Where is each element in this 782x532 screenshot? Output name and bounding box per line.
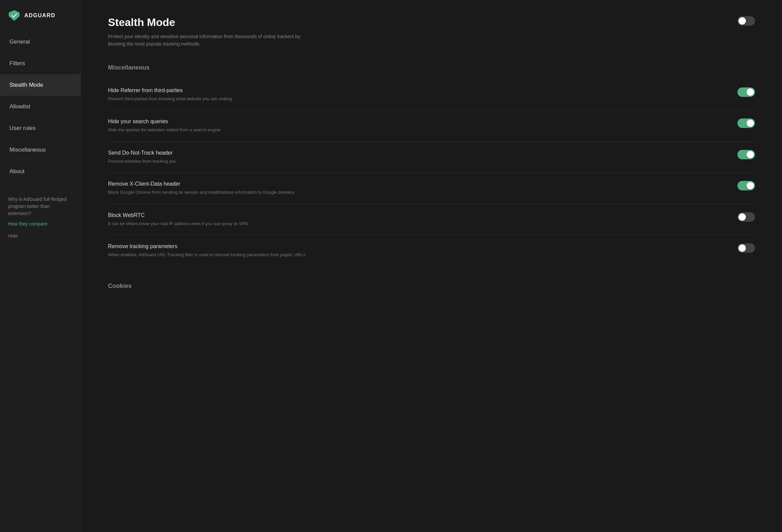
page-title-area: Stealth Mode Protect your identity and s… [108, 16, 737, 48]
setting-description-send-dnt-header: Prevent websites from tracking you [108, 158, 724, 165]
page-header: Stealth Mode Protect your identity and s… [108, 16, 755, 48]
master-toggle[interactable] [737, 16, 755, 26]
sidebar-item-allowlist[interactable]: Allowlist [0, 96, 81, 117]
setting-row-send-dnt-header: Send Do-Not-Track headerPrevent websites… [108, 142, 755, 173]
master-toggle-thumb [738, 17, 746, 25]
main-content: Stealth Mode Protect your identity and s… [81, 0, 782, 532]
setting-description-remove-tracking-params: When enabled, AdGuard URL Tracking filte… [108, 251, 724, 258]
promo-text: Why is AdGuard full-fledged program bett… [8, 196, 67, 216]
setting-title-remove-tracking-params: Remove tracking parameters [108, 243, 724, 249]
page-title: Stealth Mode [108, 16, 737, 29]
setting-row-remove-tracking-params: Remove tracking parametersWhen enabled, … [108, 235, 755, 266]
setting-title-remove-x-client-data: Remove X-Client-Data header [108, 181, 724, 187]
sidebar-item-user-rules[interactable]: User rules [0, 117, 81, 139]
section-heading-cookies: Cookies [108, 283, 755, 290]
sidebar-item-miscellaneous[interactable]: Miscellaneous [0, 139, 81, 161]
hide-link[interactable]: Hide [0, 229, 81, 248]
nav-container: GeneralFiltersStealth ModeAllowlistUser … [0, 31, 81, 182]
setting-description-hide-search-queries: Hide the queries for websites visited fr… [108, 127, 724, 133]
setting-title-block-webrtc: Block WebRTC [108, 212, 724, 218]
setting-info-remove-x-client-data: Remove X-Client-Data headerBlock Google … [108, 181, 724, 196]
setting-info-hide-referrer: Hide Referrer from third-partiesPrevent … [108, 87, 724, 102]
toggle-hide-referrer[interactable] [737, 87, 755, 97]
toggle-remove-tracking-params[interactable] [737, 243, 755, 253]
sidebar-item-general[interactable]: General [0, 31, 81, 53]
logo-text: ADGUARD [24, 12, 55, 19]
setting-info-send-dnt-header: Send Do-Not-Track headerPrevent websites… [108, 150, 724, 165]
section-cookies: Cookies [108, 283, 755, 290]
toggle-hide-search-queries[interactable] [737, 118, 755, 128]
logo-area: ADGUARD [0, 0, 81, 31]
setting-info-remove-tracking-params: Remove tracking parametersWhen enabled, … [108, 243, 724, 258]
how-they-compare-link[interactable]: How they compare [8, 221, 73, 227]
setting-description-remove-x-client-data: Block Google Chrome from sending its ver… [108, 189, 724, 196]
setting-row-block-webrtc: Block WebRTCIt can let others know your … [108, 204, 755, 236]
setting-title-send-dnt-header: Send Do-Not-Track header [108, 150, 724, 156]
toggle-thumb-send-dnt-header [747, 151, 754, 158]
setting-description-block-webrtc: It can let others know your real IP addr… [108, 220, 724, 227]
sidebar-item-stealth-mode[interactable]: Stealth Mode [0, 74, 81, 96]
toggle-send-dnt-header[interactable] [737, 150, 755, 159]
setting-row-hide-referrer: Hide Referrer from third-partiesPrevent … [108, 79, 755, 111]
toggle-thumb-block-webrtc [738, 213, 746, 221]
setting-row-remove-x-client-data: Remove X-Client-Data headerBlock Google … [108, 173, 755, 204]
setting-description-hide-referrer: Prevent third-parties from knowing what … [108, 96, 724, 102]
svg-marker-0 [9, 10, 20, 21]
sidebar: ADGUARD GeneralFiltersStealth ModeAllowl… [0, 0, 81, 532]
toggle-block-webrtc[interactable] [737, 212, 755, 222]
setting-title-hide-search-queries: Hide your search queries [108, 118, 724, 125]
section-miscellaneous: MiscellaneousHide Referrer from third-pa… [108, 64, 755, 266]
section-heading-miscellaneous: Miscellaneous [108, 64, 755, 71]
sidebar-item-about[interactable]: About [0, 161, 81, 182]
toggle-remove-x-client-data[interactable] [737, 181, 755, 190]
page-description: Protect your identity and sensitive pers… [108, 33, 311, 48]
setting-title-hide-referrer: Hide Referrer from third-parties [108, 87, 724, 94]
setting-info-hide-search-queries: Hide your search queriesHide the queries… [108, 118, 724, 133]
toggle-thumb-hide-referrer [747, 88, 754, 96]
sections-container: MiscellaneousHide Referrer from third-pa… [108, 64, 755, 290]
adguard-logo-icon [8, 9, 20, 22]
sidebar-promo: Why is AdGuard full-fledged program bett… [0, 186, 81, 229]
sidebar-item-filters[interactable]: Filters [0, 53, 81, 74]
setting-info-block-webrtc: Block WebRTCIt can let others know your … [108, 212, 724, 227]
setting-row-hide-search-queries: Hide your search queriesHide the queries… [108, 110, 755, 142]
